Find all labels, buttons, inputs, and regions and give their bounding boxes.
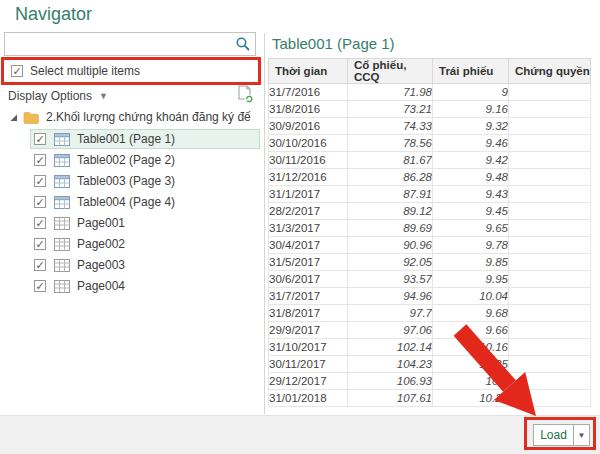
cell-value: [509, 254, 591, 271]
search-box[interactable]: [4, 32, 256, 56]
preview-title: Table001 (Page 1): [272, 35, 395, 52]
cell-value: 89.12: [348, 203, 433, 220]
cell-value: 9: [433, 84, 509, 101]
item-checkbox[interactable]: ✓: [34, 196, 46, 208]
tree-item-page003[interactable]: ✓Page003: [30, 255, 260, 275]
page-icon: [54, 238, 70, 251]
page-icon: [54, 280, 70, 293]
tree-item-page001[interactable]: ✓Page001: [30, 213, 260, 233]
cell-date: 30/4/2017: [269, 237, 348, 254]
table-row: 31/7/201671.989: [269, 84, 591, 101]
cell-value: 9.65: [433, 220, 509, 237]
cell-value: [509, 237, 591, 254]
cell-date: 29/9/2017: [269, 322, 348, 339]
item-checkbox[interactable]: ✓: [34, 133, 46, 145]
tree-item-table003-page-3[interactable]: ✓Table003 (Page 3): [30, 171, 260, 191]
preview-column-header: Chứng quyền: [509, 59, 591, 84]
cell-value: 93.57: [348, 271, 433, 288]
item-checkbox[interactable]: ✓: [34, 154, 46, 166]
cell-value: [509, 271, 591, 288]
cell-value: 10.27: [433, 390, 509, 407]
load-split-button: Load ▼: [533, 424, 590, 446]
cell-value: 10.25: [433, 356, 509, 373]
load-dropdown-caret[interactable]: ▼: [574, 424, 590, 446]
tree-item-label: Page003: [77, 258, 125, 272]
tree-item-label: Page004: [77, 279, 125, 293]
cell-value: [509, 101, 591, 118]
cell-date: 28/2/2017: [269, 203, 348, 220]
table-icon: [54, 175, 70, 188]
cell-value: 97.06: [348, 322, 433, 339]
table-icon: [54, 133, 70, 146]
search-input[interactable]: [5, 33, 235, 55]
table-icon: [54, 154, 70, 167]
cell-value: 102.14: [348, 339, 433, 356]
item-checkbox[interactable]: ✓: [34, 175, 46, 187]
table-row: 31/3/201789.699.65: [269, 220, 591, 237]
tree-item-table001-page-1[interactable]: ✓Table001 (Page 1): [30, 129, 260, 149]
select-multiple-label: Select multiple items: [30, 64, 140, 78]
page-title: Navigator: [15, 4, 92, 25]
cell-date: 30/10/2016: [269, 135, 348, 152]
navigator-tree: 2.Khối lượng chứng khoán đăng ký đến thá…: [0, 106, 262, 297]
cell-date: 29/12/2017: [269, 373, 348, 390]
cell-value: 86.28: [348, 169, 433, 186]
cell-date: 31/8/2016: [269, 101, 348, 118]
tree-item-label: Table002 (Page 2): [77, 153, 175, 167]
cell-value: 9.78: [433, 237, 509, 254]
tree-item-label: Table003 (Page 3): [77, 174, 175, 188]
table-row: 31/8/201673.219.16: [269, 101, 591, 118]
refresh-preview-icon[interactable]: [237, 85, 254, 104]
cell-value: [509, 322, 591, 339]
tree-item-page004[interactable]: ✓Page004: [30, 276, 260, 296]
table-icon: [54, 196, 70, 209]
cell-value: [509, 84, 591, 101]
cell-value: [509, 118, 591, 135]
table-row: 31/12/201686.289.48: [269, 169, 591, 186]
cell-date: 31/1/2017: [269, 186, 348, 203]
tree-folder-label: 2.Khối lượng chứng khoán đăng ký đến thá…: [46, 110, 251, 124]
table-row: 31/5/201792.059.85: [269, 254, 591, 271]
tree-item-label: Page002: [77, 237, 125, 251]
cell-value: [509, 220, 591, 237]
tree-item-label: Table001 (Page 1): [77, 132, 175, 146]
tree-folder-row[interactable]: 2.Khối lượng chứng khoán đăng ký đến thá…: [0, 106, 262, 128]
item-checkbox[interactable]: ✓: [34, 238, 46, 250]
page-icon: [54, 259, 70, 272]
display-options-dropdown[interactable]: Display Options ▼: [8, 89, 108, 103]
cell-date: 30/11/2016: [269, 152, 348, 169]
cell-date: 31/8/2017: [269, 305, 348, 322]
table-row: 31/01/2018107.6110.27: [269, 390, 591, 407]
tree-item-label: Page001: [77, 216, 125, 230]
cell-value: 9.42: [433, 152, 509, 169]
load-button[interactable]: Load: [533, 424, 574, 446]
select-multiple-highlight: ✓ Select multiple items: [1, 57, 261, 85]
cell-value: 89.69: [348, 220, 433, 237]
cell-value: [509, 288, 591, 305]
cell-value: 9.66: [433, 322, 509, 339]
search-icon[interactable]: [235, 36, 251, 52]
cell-value: 9.68: [433, 305, 509, 322]
tree-items: ✓Table001 (Page 1)✓Table002 (Page 2)✓Tab…: [0, 129, 262, 296]
cell-value: 71.98: [348, 84, 433, 101]
tree-item-table002-page-2[interactable]: ✓Table002 (Page 2): [30, 150, 260, 170]
cell-value: 81.67: [348, 152, 433, 169]
cell-date: 30/9/2016: [269, 118, 348, 135]
expand-triangle-icon[interactable]: [9, 113, 18, 122]
cell-value: 9.46: [433, 135, 509, 152]
cell-value: 90.96: [348, 237, 433, 254]
cell-value: 9.85: [433, 254, 509, 271]
table-row: 29/12/2017106.9310.1: [269, 373, 591, 390]
footer-bar: [0, 415, 600, 454]
cell-date: 31/10/2017: [269, 339, 348, 356]
select-multiple-checkbox[interactable]: ✓: [11, 65, 23, 77]
cell-value: 78.56: [348, 135, 433, 152]
table-row: 29/9/201797.069.66: [269, 322, 591, 339]
page-icon: [54, 217, 70, 230]
cell-value: 107.61: [348, 390, 433, 407]
item-checkbox[interactable]: ✓: [34, 259, 46, 271]
tree-item-page002[interactable]: ✓Page002: [30, 234, 260, 254]
item-checkbox[interactable]: ✓: [34, 217, 46, 229]
item-checkbox[interactable]: ✓: [34, 280, 46, 292]
tree-item-table004-page-4[interactable]: ✓Table004 (Page 4): [30, 192, 260, 212]
